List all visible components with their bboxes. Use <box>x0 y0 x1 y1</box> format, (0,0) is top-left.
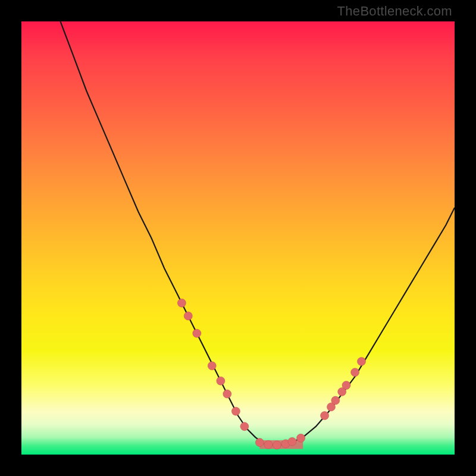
curve-marker <box>223 390 231 398</box>
curve-marker <box>351 368 359 377</box>
curve-marker <box>231 407 240 415</box>
curve-marker <box>331 396 340 405</box>
chart-frame: TheBottleneck.com <box>0 0 476 476</box>
watermark-text: TheBottleneck.com <box>337 4 452 19</box>
curve-marker <box>184 312 192 320</box>
curve-marker <box>358 358 366 366</box>
curve-marker <box>193 329 201 337</box>
curve-marker <box>321 412 329 420</box>
curve-marker <box>342 381 350 390</box>
curve-marker <box>217 377 225 385</box>
chart-svg <box>21 21 455 455</box>
plot-area <box>21 21 455 455</box>
curve-marker <box>177 299 186 307</box>
curve-marker <box>208 362 216 370</box>
curve-marker <box>264 440 273 449</box>
curve-marker <box>240 422 249 431</box>
curve-marker <box>255 439 264 447</box>
curve-markers <box>177 299 365 449</box>
curve-marker <box>288 437 296 446</box>
curve-marker <box>297 434 305 442</box>
bottleneck-curve <box>61 21 455 445</box>
curve-marker <box>273 441 281 449</box>
